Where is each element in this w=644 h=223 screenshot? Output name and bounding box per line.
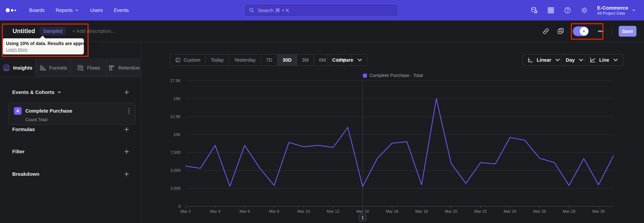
chart-type-dropdown[interactable]: Line [585, 54, 624, 66]
settings-gear-icon[interactable] [580, 6, 588, 14]
y-axis-label: 0 [178, 204, 180, 208]
chart-type-label: Line [599, 57, 609, 63]
nav-item-events[interactable]: Events [114, 8, 129, 13]
sidebar-body: Events & Cohorts + A Complete Purchase C… [0, 77, 142, 125]
x-axis-label: Mar 10 [297, 209, 310, 213]
breakdown-section: Breakdown+ [0, 170, 142, 178]
lightning-bolt-icon [582, 29, 586, 34]
add-filter-button[interactable]: + [124, 147, 129, 156]
flows-icon [77, 64, 84, 72]
range-7d[interactable]: 7D [261, 54, 278, 66]
sampling-toggle-knob [580, 27, 588, 36]
more-options-icon[interactable] [597, 27, 605, 35]
x-axis-label: Mar 18 [416, 209, 428, 213]
tab-label: Funnels [49, 65, 67, 71]
event-name[interactable]: Complete Purchase [25, 108, 124, 114]
event-card[interactable]: A Complete Purchase Count Total [8, 103, 136, 125]
range-3m[interactable]: 3M [297, 54, 314, 66]
app-window: Boards Reports Users Events Search ⌘ + K [0, 0, 644, 223]
linear-axis-icon [527, 57, 534, 63]
tab-label: Flows [87, 65, 100, 71]
date-range-selector: Custom Today Yesterday 7D 30D 3M 6M 12M [170, 54, 351, 66]
range-label: Today [211, 57, 224, 63]
range-custom[interactable]: Custom [170, 54, 206, 66]
compare-button[interactable]: Compare [328, 54, 368, 66]
event-menu-icon[interactable] [128, 107, 130, 115]
sampling-tooltip-text: Using 10% of data. Results are approxima… [6, 41, 80, 46]
filter-label: Filter [12, 149, 24, 154]
divider [612, 27, 612, 36]
x-axis-label: Mar 24 [504, 209, 516, 213]
mixpanel-logo-icon[interactable] [6, 8, 16, 12]
add-formula-button[interactable]: + [124, 125, 129, 134]
tab-flows[interactable]: Flows [71, 59, 106, 77]
search-input[interactable]: Search ⌘ + K [244, 4, 398, 17]
apps-grid-icon[interactable] [547, 6, 554, 14]
nav-right-group: E-Commerce All Project Data [530, 0, 636, 21]
nav-item-reports[interactable]: Reports [56, 8, 79, 13]
report-type-tabs: Insights Funnels Flows Retention [0, 59, 142, 77]
add-description[interactable]: + Add description... [72, 28, 115, 34]
copy-link-icon[interactable] [542, 27, 550, 35]
sampling-tooltip: Using 10% of data. Results are approxima… [2, 38, 84, 54]
y-axis-label: 2,500 [170, 186, 180, 191]
search-placeholder: Search ⌘ + K [258, 8, 289, 13]
range-30d[interactable]: 30D [278, 54, 297, 66]
help-icon[interactable] [564, 6, 572, 14]
tab-label: Insights [13, 65, 32, 71]
x-axis-label: Mar 6 [240, 209, 250, 213]
learn-more-link[interactable]: Learn More [6, 47, 28, 52]
sampling-toggle[interactable] [573, 26, 589, 36]
retention-icon [108, 64, 115, 72]
range-yesterday[interactable]: Yesterday [229, 54, 261, 66]
formulas-label: Formulas [12, 127, 35, 132]
save-button[interactable]: Save [619, 26, 636, 37]
scale-dropdown[interactable]: Linear [522, 54, 566, 66]
add-event-button[interactable]: + [124, 88, 129, 97]
x-axis-label: Mar 8 [269, 209, 279, 213]
series-line[interactable] [186, 99, 613, 187]
nav-item-boards[interactable]: Boards [29, 8, 44, 13]
calendar-icon [175, 57, 181, 63]
scale-label: Linear [537, 57, 551, 63]
chevron-down-icon [612, 57, 619, 63]
range-today[interactable]: Today [206, 54, 229, 66]
chart-plot-area[interactable]: 02,5005,0007,50010K12.5K15K17.5KMar 2Mar… [142, 71, 644, 223]
tab-label: Retention [118, 65, 140, 71]
nav-item-users[interactable]: Users [90, 8, 103, 13]
tab-retention[interactable]: Retention [106, 59, 142, 77]
data-management-icon[interactable] [530, 6, 538, 14]
sampled-badge[interactable]: Sampled [40, 27, 66, 35]
title-bar-actions: Save [542, 21, 636, 42]
x-axis-label: Mar 4 [210, 209, 220, 213]
add-breakdown-button[interactable]: + [124, 170, 129, 178]
x-axis-label: Mar 2 [180, 209, 191, 213]
x-axis-label: Mar 30 [592, 209, 605, 213]
range-label: 7D [266, 57, 272, 63]
chevron-down-icon [554, 57, 561, 63]
report-title[interactable]: Untitled [12, 28, 35, 35]
event-metric[interactable]: Count Total [25, 117, 130, 122]
nav-item-label: Events [114, 8, 129, 13]
y-axis-label: 10K [174, 132, 180, 137]
events-cohorts-label[interactable]: Events & Cohorts [12, 89, 54, 95]
x-axis-label: Mar 12 [327, 209, 340, 213]
y-axis-label: 5,000 [170, 168, 180, 173]
chevron-down-icon [356, 57, 363, 63]
formulas-section: Formulas+ [0, 125, 142, 134]
chevron-down-icon [632, 8, 636, 13]
project-scope: All Project Data [597, 11, 628, 16]
tab-insights[interactable]: Insights [0, 59, 36, 77]
add-to-board-icon[interactable] [556, 27, 565, 35]
y-axis-label: 7,500 [170, 150, 180, 155]
chart-panel: Custom Today Yesterday 7D 30D 3M 6M 12M … [142, 42, 644, 223]
project-name: E-Commerce [597, 5, 628, 11]
project-switcher[interactable]: E-Commerce All Project Data [597, 5, 636, 16]
annotation-badge-number: 1 [362, 215, 364, 220]
funnels-icon [39, 64, 46, 72]
x-axis-label: Mar 26 [533, 209, 546, 213]
tab-funnels[interactable]: Funnels [36, 59, 71, 77]
insights-icon [3, 64, 10, 72]
events-cohorts-header: Events & Cohorts + [0, 88, 142, 97]
line-chart[interactable]: Complete Purchase - Total 02,5005,0007,5… [142, 71, 644, 223]
